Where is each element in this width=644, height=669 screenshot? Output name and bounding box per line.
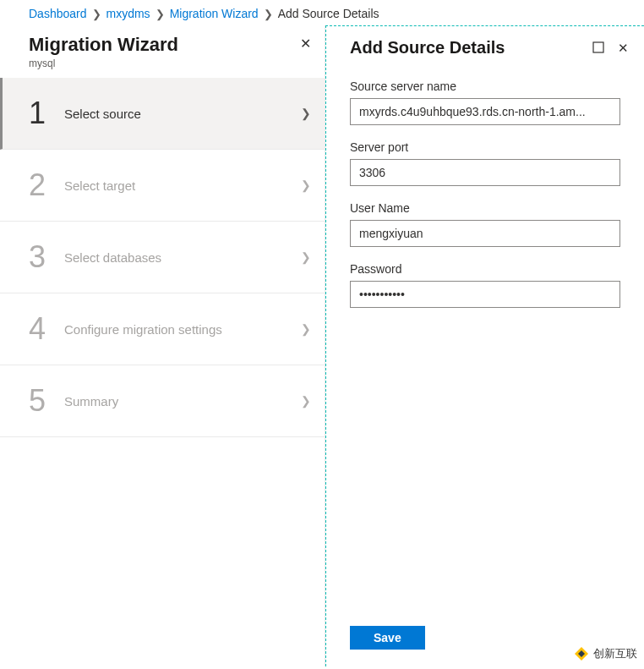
wizard-step-select-databases[interactable]: 3 Select databases ❯ [0,222,325,293]
watermark-icon [573,645,590,662]
save-button[interactable]: Save [350,626,425,650]
close-icon[interactable]: ✕ [618,41,629,54]
chevron-right-icon: ❯ [301,322,311,336]
step-label: Summary [64,394,301,409]
password-label: Password [350,262,620,276]
watermark: 创新互联 [573,645,637,662]
wizard-step-select-target[interactable]: 2 Select target ❯ [0,150,325,222]
step-label: Select source [64,107,301,121]
chevron-right-icon: ❯ [301,250,311,264]
breadcrumb-link-mxydms[interactable]: mxydms [106,7,150,20]
step-number: 4 [29,314,64,344]
svg-rect-0 [593,42,603,52]
password-input[interactable] [350,281,620,308]
wizard-step-select-source[interactable]: 1 Select source ❯ [0,78,325,150]
chevron-right-icon: ❯ [92,8,101,20]
breadcrumb-current: Add Source Details [278,7,379,20]
server-port-label: Server port [350,140,620,154]
user-name-input[interactable] [350,220,620,247]
chevron-right-icon: ❯ [301,178,311,192]
step-label: Select databases [64,250,301,265]
chevron-right-icon: ❯ [156,8,165,20]
source-server-input[interactable] [350,98,620,125]
wizard-subtitle: mysql [0,58,325,78]
breadcrumb: Dashboard ❯ mxydms ❯ Migration Wizard ❯ … [0,0,644,25]
wizard-step-summary[interactable]: 5 Summary ❯ [0,365,325,437]
maximize-icon[interactable] [592,41,604,55]
step-label: Select target [64,178,301,193]
close-icon[interactable]: ✕ [297,34,314,54]
breadcrumb-link-dashboard[interactable]: Dashboard [29,7,87,20]
step-number: 1 [29,98,64,129]
step-label: Configure migration settings [64,322,301,337]
watermark-text: 创新互联 [593,646,637,661]
detail-panel: Add Source Details ✕ Source server name … [325,25,644,666]
source-server-label: Source server name [350,80,620,93]
wizard-nav: Migration Wizard ✕ mysql 1 Select source… [0,25,325,666]
step-number: 3 [29,242,64,272]
step-number: 2 [29,170,64,200]
chevron-right-icon: ❯ [301,394,311,408]
user-name-label: User Name [350,201,620,215]
step-number: 5 [29,386,64,416]
breadcrumb-link-migration-wizard[interactable]: Migration Wizard [170,7,259,20]
chevron-right-icon: ❯ [264,8,273,20]
panel-title: Add Source Details [350,38,505,58]
wizard-title: Migration Wizard [29,34,178,56]
server-port-input[interactable] [350,159,620,186]
chevron-right-icon: ❯ [301,107,311,120]
wizard-step-configure-migration[interactable]: 4 Configure migration settings ❯ [0,293,325,365]
